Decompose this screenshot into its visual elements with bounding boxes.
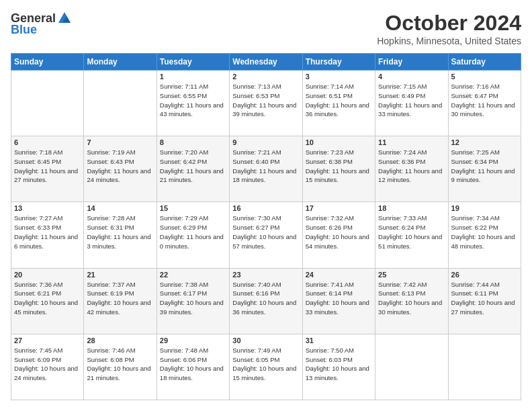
day-number: 16 bbox=[232, 204, 299, 212]
sunrise: Sunrise: 7:28 AM bbox=[87, 214, 135, 222]
day-info: Sunrise: 7:19 AM Sunset: 6:43 PM Dayligh… bbox=[87, 148, 153, 185]
month-title: October 2024 bbox=[377, 11, 521, 36]
daylight: Daylight: 10 hours and 57 minutes. bbox=[232, 233, 296, 250]
week-row-1: 1 Sunrise: 7:11 AM Sunset: 6:55 PM Dayli… bbox=[11, 71, 521, 136]
calendar-cell: 14 Sunrise: 7:28 AM Sunset: 6:31 PM Dayl… bbox=[84, 202, 157, 268]
sunrise: Sunrise: 7:48 AM bbox=[160, 347, 208, 354]
sunrise: Sunrise: 7:18 AM bbox=[14, 148, 62, 156]
daylight: Daylight: 10 hours and 51 minutes. bbox=[378, 233, 442, 250]
daylight: Daylight: 11 hours and 36 minutes. bbox=[306, 101, 369, 118]
day-number: 8 bbox=[160, 138, 226, 146]
week-row-4: 20 Sunrise: 7:36 AM Sunset: 6:21 PM Dayl… bbox=[11, 268, 521, 334]
sunrise: Sunrise: 7:20 AM bbox=[160, 148, 208, 156]
sunset: Sunset: 6:51 PM bbox=[306, 92, 353, 99]
sunrise: Sunrise: 7:34 AM bbox=[451, 214, 500, 222]
weekday-header-row: SundayMondayTuesdayWednesdayThursdayFrid… bbox=[11, 54, 521, 71]
daylight: Daylight: 10 hours and 18 minutes. bbox=[160, 365, 224, 381]
sunset: Sunset: 6:27 PM bbox=[232, 224, 279, 231]
day-info: Sunrise: 7:29 AM Sunset: 6:29 PM Dayligh… bbox=[160, 214, 226, 250]
daylight: Daylight: 11 hours and 3 minutes. bbox=[87, 233, 150, 250]
day-number: 3 bbox=[306, 73, 372, 81]
day-number: 31 bbox=[306, 336, 372, 345]
day-number: 6 bbox=[14, 138, 81, 146]
day-info: Sunrise: 7:13 AM Sunset: 6:53 PM Dayligh… bbox=[232, 82, 299, 119]
daylight: Daylight: 10 hours and 36 minutes. bbox=[232, 299, 296, 316]
sunrise: Sunrise: 7:25 AM bbox=[451, 148, 500, 156]
daylight: Daylight: 10 hours and 48 minutes. bbox=[451, 233, 515, 250]
sunrise: Sunrise: 7:29 AM bbox=[160, 214, 208, 222]
logo-icon bbox=[57, 11, 72, 26]
sunrise: Sunrise: 7:45 AM bbox=[14, 347, 62, 354]
day-number: 14 bbox=[87, 204, 153, 212]
daylight: Daylight: 11 hours and 30 minutes. bbox=[451, 101, 515, 118]
daylight: Daylight: 10 hours and 33 minutes. bbox=[306, 299, 369, 316]
sunset: Sunset: 6:19 PM bbox=[87, 289, 134, 297]
sunrise: Sunrise: 7:40 AM bbox=[232, 281, 281, 288]
day-number: 20 bbox=[14, 271, 81, 279]
day-info: Sunrise: 7:30 AM Sunset: 6:27 PM Dayligh… bbox=[232, 214, 299, 250]
sunset: Sunset: 6:38 PM bbox=[306, 158, 353, 165]
sunset: Sunset: 6:36 PM bbox=[378, 158, 425, 165]
calendar: SundayMondayTuesdayWednesdayThursdayFrid… bbox=[11, 53, 521, 400]
day-number: 22 bbox=[160, 271, 226, 279]
calendar-cell: 6 Sunrise: 7:18 AM Sunset: 6:45 PM Dayli… bbox=[11, 136, 84, 202]
calendar-cell: 11 Sunrise: 7:24 AM Sunset: 6:36 PM Dayl… bbox=[375, 136, 448, 202]
sunrise: Sunrise: 7:37 AM bbox=[87, 281, 135, 288]
logo: General Blue bbox=[11, 11, 72, 37]
weekday-header-monday: Monday bbox=[84, 54, 157, 71]
day-info: Sunrise: 7:20 AM Sunset: 6:42 PM Dayligh… bbox=[160, 148, 226, 185]
sunset: Sunset: 6:05 PM bbox=[232, 356, 279, 363]
calendar-cell bbox=[11, 71, 84, 136]
sunrise: Sunrise: 7:23 AM bbox=[306, 148, 354, 156]
daylight: Daylight: 11 hours and 6 minutes. bbox=[14, 233, 78, 250]
sunrise: Sunrise: 7:24 AM bbox=[378, 148, 427, 156]
calendar-cell: 13 Sunrise: 7:27 AM Sunset: 6:33 PM Dayl… bbox=[11, 202, 84, 268]
calendar-cell: 31 Sunrise: 7:50 AM Sunset: 6:03 PM Dayl… bbox=[302, 334, 375, 400]
day-info: Sunrise: 7:38 AM Sunset: 6:17 PM Dayligh… bbox=[160, 280, 226, 317]
day-number: 15 bbox=[160, 204, 226, 212]
calendar-cell: 9 Sunrise: 7:21 AM Sunset: 6:40 PM Dayli… bbox=[230, 136, 302, 202]
sunrise: Sunrise: 7:30 AM bbox=[232, 214, 281, 222]
weekday-header-thursday: Thursday bbox=[302, 54, 375, 71]
day-number: 7 bbox=[87, 138, 153, 146]
week-row-5: 27 Sunrise: 7:45 AM Sunset: 6:09 PM Dayl… bbox=[11, 334, 521, 400]
calendar-cell: 3 Sunrise: 7:14 AM Sunset: 6:51 PM Dayli… bbox=[302, 71, 375, 136]
sunrise: Sunrise: 7:33 AM bbox=[378, 214, 427, 222]
sunrise: Sunrise: 7:41 AM bbox=[306, 281, 354, 288]
sunset: Sunset: 6:14 PM bbox=[306, 289, 353, 297]
day-number: 27 bbox=[14, 336, 81, 345]
sunrise: Sunrise: 7:42 AM bbox=[378, 281, 427, 288]
day-info: Sunrise: 7:24 AM Sunset: 6:36 PM Dayligh… bbox=[378, 148, 445, 185]
calendar-cell: 28 Sunrise: 7:46 AM Sunset: 6:08 PM Dayl… bbox=[84, 334, 157, 400]
day-info: Sunrise: 7:44 AM Sunset: 6:11 PM Dayligh… bbox=[451, 280, 518, 317]
day-number: 9 bbox=[232, 138, 299, 146]
sunrise: Sunrise: 7:38 AM bbox=[160, 281, 208, 288]
sunset: Sunset: 6:47 PM bbox=[451, 92, 498, 99]
daylight: Daylight: 10 hours and 21 minutes. bbox=[87, 365, 150, 381]
daylight: Daylight: 10 hours and 24 minutes. bbox=[14, 365, 78, 381]
sunrise: Sunrise: 7:14 AM bbox=[306, 83, 354, 90]
sunrise: Sunrise: 7:16 AM bbox=[451, 83, 500, 90]
daylight: Daylight: 10 hours and 15 minutes. bbox=[232, 365, 296, 381]
day-number: 12 bbox=[451, 138, 518, 146]
sunset: Sunset: 6:29 PM bbox=[160, 224, 207, 231]
day-number: 21 bbox=[87, 271, 153, 279]
calendar-cell: 20 Sunrise: 7:36 AM Sunset: 6:21 PM Dayl… bbox=[11, 268, 84, 334]
day-info: Sunrise: 7:50 AM Sunset: 6:03 PM Dayligh… bbox=[306, 346, 372, 383]
daylight: Daylight: 11 hours and 21 minutes. bbox=[160, 167, 224, 184]
week-row-3: 13 Sunrise: 7:27 AM Sunset: 6:33 PM Dayl… bbox=[11, 202, 521, 268]
day-info: Sunrise: 7:11 AM Sunset: 6:55 PM Dayligh… bbox=[160, 82, 226, 119]
weekday-header-wednesday: Wednesday bbox=[230, 54, 302, 71]
sunset: Sunset: 6:45 PM bbox=[14, 158, 61, 165]
sunrise: Sunrise: 7:15 AM bbox=[378, 83, 427, 90]
day-info: Sunrise: 7:45 AM Sunset: 6:09 PM Dayligh… bbox=[14, 346, 81, 383]
daylight: Daylight: 10 hours and 39 minutes. bbox=[160, 299, 224, 316]
daylight: Daylight: 10 hours and 42 minutes. bbox=[87, 299, 150, 316]
day-number: 30 bbox=[232, 336, 299, 345]
sunrise: Sunrise: 7:11 AM bbox=[160, 83, 208, 90]
day-info: Sunrise: 7:49 AM Sunset: 6:05 PM Dayligh… bbox=[232, 346, 299, 383]
sunset: Sunset: 6:40 PM bbox=[232, 158, 279, 165]
daylight: Daylight: 11 hours and 9 minutes. bbox=[451, 167, 515, 184]
daylight: Daylight: 11 hours and 39 minutes. bbox=[232, 101, 296, 118]
day-info: Sunrise: 7:28 AM Sunset: 6:31 PM Dayligh… bbox=[87, 214, 153, 250]
